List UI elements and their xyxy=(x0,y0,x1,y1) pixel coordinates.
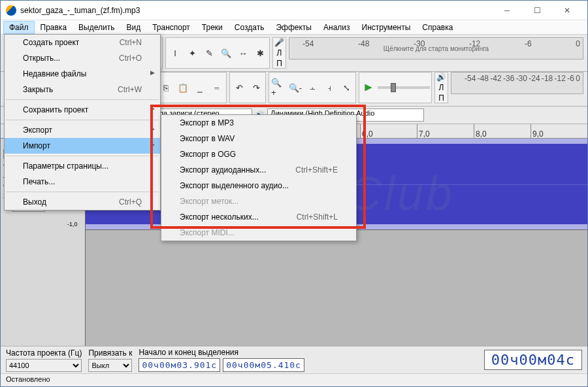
rate-label: Частота проекта (Гц) xyxy=(6,348,82,358)
zoom-out-icon[interactable]: 🔍- xyxy=(287,80,303,95)
menu-item[interactable]: Экспорт выделенного аудио... xyxy=(161,178,356,194)
redo-icon[interactable]: ↷ xyxy=(248,80,264,95)
snap-select[interactable]: Выкл xyxy=(88,359,132,372)
undo-icon[interactable]: ↶ xyxy=(231,80,247,95)
play-at-speed-toolbar xyxy=(359,72,432,103)
menu-effects[interactable]: Эффекты xyxy=(270,21,318,34)
meter-tick: -42 xyxy=(490,74,501,83)
recording-meter[interactable]: -54 -48 -30 -12 -6 0 Щёлкните для старта… xyxy=(289,37,583,59)
menu-item[interactable]: Экспорт нескольких...Ctrl+Shift+L xyxy=(161,209,356,225)
meter-tick: -48 xyxy=(478,74,489,83)
meter-tick: 0 xyxy=(576,74,580,83)
speaker-icon: 🔊 xyxy=(436,73,446,82)
menu-help[interactable]: Справка xyxy=(416,21,459,34)
zoom-in-icon[interactable]: 🔍+ xyxy=(270,80,286,95)
timeshift-tool-icon[interactable]: ↔ xyxy=(235,45,251,61)
menu-analyze[interactable]: Анализ xyxy=(318,21,356,34)
fit-selection-icon[interactable]: ⫠ xyxy=(304,80,320,95)
meter-tick: -54 xyxy=(302,39,314,48)
menu-item[interactable]: Параметры страницы... xyxy=(5,158,160,174)
scale-label: -1,0 xyxy=(67,221,78,227)
timeline-mark: 7,0 xyxy=(417,124,474,138)
menu-select[interactable]: Выделить xyxy=(73,21,120,34)
playback-meter[interactable]: -54 -48 -42 -36 -30 -24 -18 -12 -6 0 xyxy=(451,72,583,94)
menu-generate[interactable]: Создать xyxy=(229,21,270,34)
silence-icon[interactable]: ⎓ xyxy=(209,80,225,95)
meter-tick: -24 xyxy=(529,74,540,83)
meter-tick: -54 xyxy=(465,74,476,83)
project-rate-select[interactable]: 44100 xyxy=(6,359,82,372)
mic-icon: 🎤 xyxy=(274,38,284,47)
rec-meter-label: 🎤ЛП xyxy=(272,37,286,69)
menu-file[interactable]: Файл xyxy=(3,21,35,34)
selection-start[interactable]: 00ч00м03.901с xyxy=(139,358,220,372)
maximize-button[interactable]: ☐ xyxy=(522,1,552,20)
meter-tick: 0 xyxy=(576,39,580,48)
menu-item[interactable]: Сохранить проект xyxy=(5,102,160,118)
menubar: Файл Правка Выделить Вид Транспорт Треки… xyxy=(1,20,587,35)
menu-tracks[interactable]: Треки xyxy=(196,21,229,34)
menu-item[interactable]: Печать... xyxy=(5,174,160,190)
selection-toolbar: Частота проекта (Гц) 44100 Привязать к В… xyxy=(1,346,587,373)
envelope-tool-icon[interactable]: ✦ xyxy=(184,45,200,61)
menu-item[interactable]: Экспорт в WAV xyxy=(161,131,356,146)
app-logo-icon xyxy=(6,5,16,16)
menu-item[interactable]: Недавние файлы xyxy=(5,66,160,82)
play-meter-label: 🔊ЛП xyxy=(434,72,448,103)
fit-project-icon[interactable]: ⫞ xyxy=(321,80,337,95)
menu-item[interactable]: Открыть...Ctrl+O xyxy=(5,50,160,66)
paste-icon[interactable]: 📋 xyxy=(175,80,191,95)
menu-item: Экспорт MIDI... xyxy=(161,225,356,241)
selection-end[interactable]: 00ч00м05.410с xyxy=(223,358,304,372)
window-title: sektor_gaza_-_tuman_(zf.fm).mp3 xyxy=(20,6,492,15)
timeline-mark: 6,0 xyxy=(360,124,417,138)
menu-item[interactable]: ВыходCtrl+Q xyxy=(5,194,160,210)
menu-item[interactable]: ЗакрытьCtrl+W xyxy=(5,82,160,97)
zoom-toolbar: 🔍+ 🔍- ⫠ ⫞ ⤡ xyxy=(269,72,356,103)
menu-view[interactable]: Вид xyxy=(120,21,146,34)
titlebar: sektor_gaza_-_tuman_(zf.fm).mp3 ─ ☐ ✕ xyxy=(1,1,587,20)
menu-item[interactable]: Экспорт в MP3 xyxy=(161,115,356,131)
audio-position[interactable]: 00ч00м04с xyxy=(484,350,582,370)
meter-tick: -12 xyxy=(555,74,566,83)
draw-tool-icon[interactable]: ✎ xyxy=(201,45,217,61)
close-button[interactable]: ✕ xyxy=(552,1,582,20)
menu-tools[interactable]: Инструменты xyxy=(356,21,417,34)
play-speed-slider[interactable] xyxy=(378,86,430,89)
meter-tick: -30 xyxy=(516,74,527,83)
undo-toolbar: ↶ ↷ xyxy=(229,72,266,103)
menu-item[interactable]: Экспорт в OGG xyxy=(161,146,356,162)
timeline-mark: 8,0 xyxy=(474,124,531,138)
meter-tick: -18 xyxy=(542,74,553,83)
tools-toolbar: I ✦ ✎ 🔍 ↔ ✱ xyxy=(165,37,270,69)
play-speed-icon[interactable] xyxy=(361,80,376,95)
menu-item[interactable]: Создать проектCtrl+N xyxy=(5,35,160,50)
meter-tick: -6 xyxy=(567,74,574,83)
meter-tick: -36 xyxy=(503,74,514,83)
menu-item: Экспорт меток... xyxy=(161,194,356,209)
timeline-mark: 9,0 xyxy=(531,124,587,138)
menu-edit[interactable]: Правка xyxy=(35,21,73,34)
status-bar: Остановлено xyxy=(1,373,587,386)
file-menu-dropdown: Создать проектCtrl+NОткрыть...Ctrl+OНеда… xyxy=(4,34,161,210)
selection-label: Начало и конец выделения xyxy=(139,348,477,357)
minimize-button[interactable]: ─ xyxy=(492,1,522,20)
trim-icon[interactable]: ⎯ xyxy=(192,80,208,95)
menu-item[interactable]: Экспорт аудиоданных...Ctrl+Shift+E xyxy=(161,162,356,178)
meter-click-msg: Щёлкните для старта мониторинга xyxy=(384,45,489,52)
zoom-tool-icon[interactable]: 🔍 xyxy=(218,45,234,61)
menu-item[interactable]: Импорт xyxy=(5,138,160,154)
selection-tool-icon[interactable]: I xyxy=(167,45,183,61)
menu-item[interactable]: Экспорт xyxy=(5,122,160,138)
multi-tool-icon[interactable]: ✱ xyxy=(252,45,268,61)
snap-label: Привязать к xyxy=(88,348,132,358)
zoom-toggle-icon[interactable]: ⤡ xyxy=(338,80,354,95)
svg-marker-9 xyxy=(365,84,372,91)
meter-tick: -48 xyxy=(358,39,369,48)
export-submenu: Экспорт в MP3Экспорт в WAVЭкспорт в OGGЭ… xyxy=(161,114,357,241)
meter-tick: -6 xyxy=(525,39,532,48)
menu-transport[interactable]: Транспорт xyxy=(146,21,196,34)
